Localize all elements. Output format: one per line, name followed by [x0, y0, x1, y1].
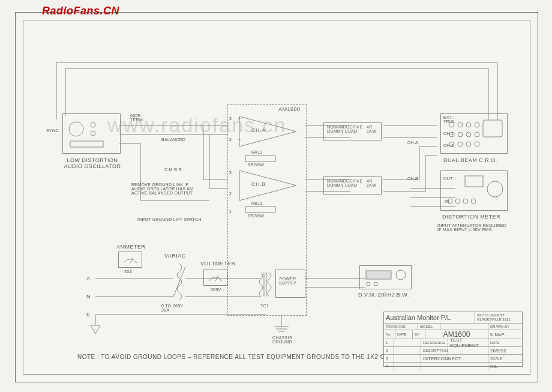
tb-drawn-h: DRAWN BY [488, 324, 522, 330]
chb-label: CH.B [251, 181, 266, 187]
pin-1b: 1 [229, 210, 232, 214]
tb-address: 53 COLLEGE ST GLADESVILLE 2111 [475, 312, 522, 323]
distortion-label: DISTORTION METER [442, 214, 500, 220]
ch1-label: CH.1 [443, 131, 454, 136]
voltmeter-block [203, 270, 227, 286]
chb-out-label: CH.B [407, 176, 418, 181]
pin-2a: 2 [229, 137, 232, 142]
sync-label: SYNC [46, 128, 59, 133]
pin-pa: + [238, 116, 241, 121]
svg-marker-54 [239, 170, 296, 201]
tb-ref-h: REFERENCE [421, 339, 448, 346]
balanced-label: BALANCED [161, 137, 185, 142]
svg-point-50 [91, 122, 95, 127]
term-label: 600R TERM. [130, 113, 144, 122]
amm-val: 30A [124, 270, 132, 274]
svg-point-62 [466, 132, 471, 137]
cmrr-label: C.M.R.R. [164, 167, 183, 172]
voltmeter-label: VOLTMETER [200, 261, 236, 267]
amp-cha [233, 113, 305, 149]
svg-marker-39 [91, 325, 100, 334]
pin-2b: 2 [229, 191, 232, 196]
svg-point-59 [475, 122, 479, 127]
svg-rect-68 [465, 176, 483, 187]
svg-point-72 [463, 199, 468, 204]
tb-scale: NIL [488, 363, 522, 370]
svg-point-67 [475, 142, 479, 146]
svg-point-61 [458, 132, 463, 137]
var-val: 0 TO 260V 28A [161, 304, 183, 312]
tb-date-h: DATE [488, 339, 522, 346]
svg-point-63 [475, 132, 479, 137]
cha-out-label: CH.A [407, 140, 418, 145]
tc1-label: TC1 [260, 304, 269, 308]
rb13-label: RB13 [251, 201, 263, 205]
cha-label: CH.A [251, 127, 266, 133]
ext-trig-label: EXT. TRIG. [443, 115, 455, 124]
svg-line-74 [130, 258, 133, 263]
out-label: OUT [443, 176, 453, 181]
ra13-val: 6R2/5W [248, 163, 264, 167]
tb-desc-h: DESCRIPTION [421, 347, 448, 354]
svg-point-80 [396, 270, 406, 280]
svg-point-51 [91, 131, 95, 136]
ch2-label: CH.2 [443, 143, 454, 148]
svg-point-71 [455, 199, 460, 204]
cro-label: DUAL BEAM C.R.O. [443, 157, 497, 163]
ammeter-block [118, 252, 142, 268]
tb-rc-no: No. [384, 330, 395, 339]
terminal-n: N [86, 294, 91, 300]
watermark-red: RadioFans.CN [42, 5, 119, 17]
svg-point-57 [458, 122, 463, 127]
variac-symbol [172, 261, 187, 303]
load-a-label: NON-INDUCTIVE DUMMY LOAD [327, 125, 363, 133]
svg-point-81 [367, 282, 370, 286]
svg-point-69 [487, 181, 503, 197]
tb-date: 26/5/92 [488, 347, 522, 354]
drawing-sheet: www.radiofans.cn [15, 12, 538, 382]
tb-company: Australian Monitor P/L [384, 312, 475, 323]
variac-label: VARIAC [164, 253, 186, 259]
transformer-symbol [256, 270, 274, 303]
oscillator-label: LOW DISTORTION AUDIO OSCILLATOR [59, 157, 125, 169]
svg-line-76 [215, 276, 218, 281]
load-b-val: 4R 1KW [367, 179, 376, 187]
dvm-label: D.V.M. 20kHz.B.W. [358, 292, 409, 298]
pin-3a: 3 [229, 116, 232, 121]
svg-point-82 [374, 282, 377, 286]
svg-point-49 [69, 122, 83, 136]
pin-na: − [238, 137, 241, 142]
amp-label: AM1600 [278, 106, 301, 112]
psu-label: POWER SUPPLY [279, 277, 296, 285]
svg-rect-52 [70, 141, 103, 147]
svg-marker-53 [239, 116, 296, 146]
terminal-e: E [86, 312, 91, 318]
svg-rect-79 [366, 271, 391, 279]
tb-drawn: K.McP. [488, 330, 522, 339]
tb-scale-h: SCALE [488, 355, 522, 362]
load-b-label: NON-INDUCTIVE DUMMY LOAD [327, 179, 363, 187]
tb-desc: INTERCONNECT [421, 355, 488, 362]
terminal-a: A [86, 276, 91, 282]
ra13-label: RA13 [251, 150, 263, 154]
bottom-note: NOTE : TO AVOID GROUND LOOPS – REFERENCE… [77, 354, 411, 360]
tb-rev-h: REVISIONS [384, 324, 418, 330]
svg-point-66 [466, 142, 471, 146]
tb-ref: TEST EQUIPMENT [448, 339, 488, 346]
tb-rc-by: BY [413, 330, 425, 339]
svg-point-73 [471, 199, 476, 204]
svg-point-58 [466, 122, 471, 127]
pin-3b: 3 [229, 170, 232, 175]
in-label: IN [445, 199, 449, 204]
drawing-frame: www.radiofans.cn [23, 20, 530, 375]
switch-note: REMOVE GROUND LINK IF AUDIO OSCILLATOR H… [131, 182, 194, 195]
tb-rc-date: DATE [395, 330, 413, 339]
title-block: Australian Monitor P/L 53 COLLEGE ST GLA… [383, 312, 523, 367]
ammeter-label: AMMETER [116, 244, 146, 250]
lift-label: INPUT GROUND LIFT SWITCH [137, 217, 202, 222]
att-note: INPUT ATTENUATOR REQUIRED IF MAX INPUT <… [437, 223, 506, 232]
dvm-block [359, 265, 412, 289]
load-a-val: 4R 1KW [367, 125, 376, 133]
rb13-val: 6R2/5W [248, 214, 264, 218]
amp-chb [233, 167, 305, 204]
